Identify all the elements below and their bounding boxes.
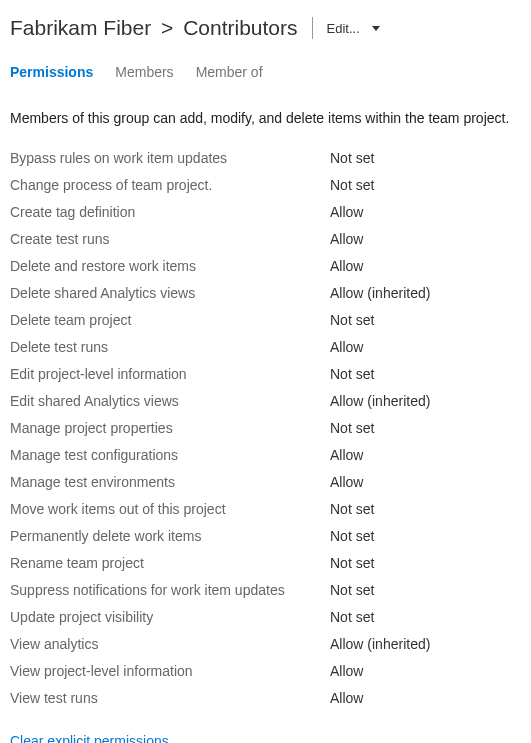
permission-row: View test runsAllow <box>10 684 521 711</box>
permission-name: Manage test environments <box>10 474 330 490</box>
permission-row: Move work items out of this projectNot s… <box>10 495 521 522</box>
permission-value[interactable]: Allow <box>330 258 363 274</box>
permission-name: Delete test runs <box>10 339 330 355</box>
permission-value[interactable]: Allow <box>330 339 363 355</box>
permission-value[interactable]: Allow (inherited) <box>330 285 430 301</box>
permission-row: Delete and restore work itemsAllow <box>10 252 521 279</box>
permission-name: Edit project-level information <box>10 366 330 382</box>
permission-value[interactable]: Allow (inherited) <box>330 393 430 409</box>
permission-row: Bypass rules on work item updatesNot set <box>10 144 521 171</box>
permission-value[interactable]: Not set <box>330 150 374 166</box>
permission-name: Manage test configurations <box>10 447 330 463</box>
permission-name: Manage project properties <box>10 420 330 436</box>
permission-name: View project-level information <box>10 663 330 679</box>
permission-name: Move work items out of this project <box>10 501 330 517</box>
permission-name: Create test runs <box>10 231 330 247</box>
permission-name: Bypass rules on work item updates <box>10 150 330 166</box>
permission-row: Update project visibilityNot set <box>10 603 521 630</box>
permission-name: Update project visibility <box>10 609 330 625</box>
permission-value[interactable]: Not set <box>330 366 374 382</box>
permission-name: Delete shared Analytics views <box>10 285 330 301</box>
permission-row: Manage test configurationsAllow <box>10 441 521 468</box>
permission-row: Permanently delete work itemsNot set <box>10 522 521 549</box>
permission-value[interactable]: Not set <box>330 528 374 544</box>
permission-row: Create test runsAllow <box>10 225 521 252</box>
permission-row: Edit project-level informationNot set <box>10 360 521 387</box>
permission-name: Change process of team project. <box>10 177 330 193</box>
permission-value[interactable]: Allow (inherited) <box>330 636 430 652</box>
permission-row: Create tag definitionAllow <box>10 198 521 225</box>
permission-value[interactable]: Not set <box>330 420 374 436</box>
header-divider <box>312 17 313 39</box>
actions-row: Clear explicit permissions <box>10 733 521 743</box>
edit-label: Edit... <box>327 21 360 36</box>
permissions-table: Bypass rules on work item updatesNot set… <box>10 144 521 711</box>
permission-row: Delete test runsAllow <box>10 333 521 360</box>
permission-row: View analyticsAllow (inherited) <box>10 630 521 657</box>
permission-name: Edit shared Analytics views <box>10 393 330 409</box>
group-description: Members of this group can add, modify, a… <box>10 110 521 126</box>
tabs: Permissions Members Member of <box>10 64 521 80</box>
permission-value[interactable]: Not set <box>330 555 374 571</box>
tab-member-of[interactable]: Member of <box>196 64 263 80</box>
permission-name: View test runs <box>10 690 330 706</box>
chevron-down-icon <box>372 26 380 31</box>
permission-value[interactable]: Allow <box>330 474 363 490</box>
breadcrumb-separator: > <box>161 16 173 39</box>
permission-value[interactable]: Not set <box>330 312 374 328</box>
permission-value[interactable]: Allow <box>330 231 363 247</box>
permission-row: Manage test environmentsAllow <box>10 468 521 495</box>
permission-value[interactable]: Allow <box>330 447 363 463</box>
permission-value[interactable]: Not set <box>330 609 374 625</box>
permission-value[interactable]: Allow <box>330 663 363 679</box>
permission-value[interactable]: Not set <box>330 582 374 598</box>
permission-row: Suppress notifications for work item upd… <box>10 576 521 603</box>
permission-row: Change process of team project.Not set <box>10 171 521 198</box>
page-header: Fabrikam Fiber > Contributors Edit... <box>10 10 521 40</box>
permission-row: Manage project propertiesNot set <box>10 414 521 441</box>
permission-row: View project-level informationAllow <box>10 657 521 684</box>
permission-name: Permanently delete work items <box>10 528 330 544</box>
breadcrumb-group[interactable]: Contributors <box>183 16 297 39</box>
tab-permissions[interactable]: Permissions <box>10 64 93 80</box>
permission-row: Rename team projectNot set <box>10 549 521 576</box>
permission-value[interactable]: Allow <box>330 690 363 706</box>
permission-name: Create tag definition <box>10 204 330 220</box>
clear-explicit-permissions-link[interactable]: Clear explicit permissions <box>10 733 169 743</box>
tab-members[interactable]: Members <box>115 64 173 80</box>
permission-name: Delete team project <box>10 312 330 328</box>
permission-value[interactable]: Allow <box>330 204 363 220</box>
breadcrumb-project[interactable]: Fabrikam Fiber <box>10 16 151 39</box>
permission-name: Rename team project <box>10 555 330 571</box>
permission-name: Delete and restore work items <box>10 258 330 274</box>
edit-dropdown[interactable]: Edit... <box>327 21 380 36</box>
breadcrumb: Fabrikam Fiber > Contributors <box>10 16 298 40</box>
permission-row: Delete shared Analytics viewsAllow (inhe… <box>10 279 521 306</box>
permission-name: Suppress notifications for work item upd… <box>10 582 330 598</box>
permission-row: Edit shared Analytics viewsAllow (inheri… <box>10 387 521 414</box>
permission-row: Delete team projectNot set <box>10 306 521 333</box>
permission-name: View analytics <box>10 636 330 652</box>
permission-value[interactable]: Not set <box>330 501 374 517</box>
permission-value[interactable]: Not set <box>330 177 374 193</box>
